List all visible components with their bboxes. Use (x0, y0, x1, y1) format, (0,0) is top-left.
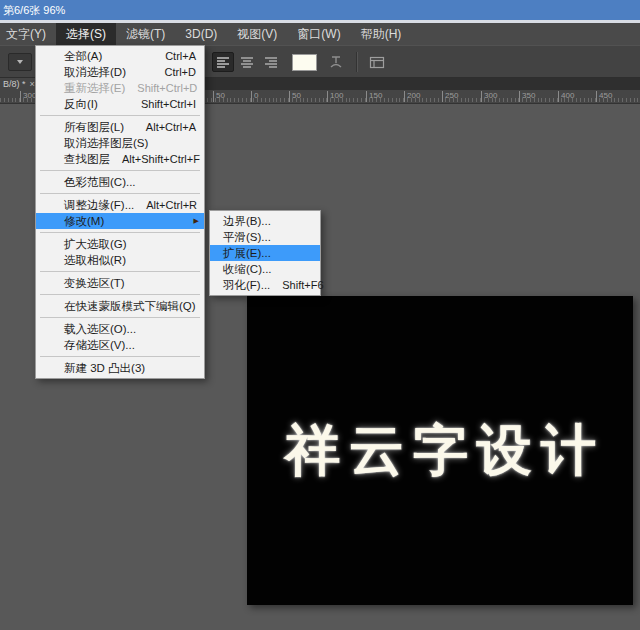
align-center-icon (240, 56, 254, 68)
align-left-icon (216, 56, 230, 68)
menu-item[interactable]: 调整边缘(F)...Alt+Ctrl+R (36, 197, 204, 213)
menu-item-shortcut: Shift+Ctrl+I (141, 98, 196, 110)
menu-item[interactable]: 色彩范围(C)... (36, 174, 204, 190)
align-center-button[interactable] (236, 52, 258, 72)
menu-item-label: 色彩范围(C)... (64, 175, 196, 190)
modify-submenu: 边界(B)...平滑(S)...扩展(E)...收缩(C)...羽化(F)...… (209, 210, 321, 296)
menu-item[interactable]: 扩大选取(G) (36, 236, 204, 252)
menu-item-label: 边界(B)... (223, 214, 314, 229)
menu-item-label: 选取相似(R) (64, 253, 196, 268)
menu-item[interactable]: 存储选区(V)... (36, 337, 204, 353)
menu-item[interactable]: 羽化(F)...Shift+F6 (210, 277, 320, 293)
menu-separator (40, 170, 200, 171)
menu-item-label: 全部(A) (64, 49, 153, 64)
menu-item[interactable]: 修改(M)▶ (36, 213, 204, 229)
tool-preset-button[interactable] (8, 53, 32, 71)
ruler-label: 0 (251, 91, 258, 102)
menu-item-shortcut: Shift+Ctrl+D (137, 82, 197, 94)
menu-item-label: 查找图层 (64, 152, 110, 167)
menu-item-label: 所有图层(L) (64, 120, 134, 135)
menu-item-label: 存储选区(V)... (64, 338, 196, 353)
menu-item-shortcut: Alt+Ctrl+A (146, 121, 196, 133)
canvas-area[interactable]: 祥云字设计 (247, 296, 633, 605)
submenu-arrow-icon: ▶ (194, 217, 199, 225)
menu-item-label: 变换选区(T) (64, 276, 196, 291)
menu-item[interactable]: 扩展(E)... (210, 245, 320, 261)
ruler-label: 200 (404, 91, 420, 102)
menu-separator (40, 232, 200, 233)
menu-item-label: 羽化(F)... (223, 278, 270, 293)
menu-item[interactable]: 取消选择图层(S) (36, 135, 204, 151)
menu-item[interactable]: 取消选择(D)Ctrl+D (36, 64, 204, 80)
menu-separator (40, 356, 200, 357)
menu-item[interactable]: 查找图层Alt+Shift+Ctrl+F (36, 151, 204, 167)
menu-item-shortcut: Alt+Shift+Ctrl+F (122, 153, 200, 165)
menubar-item[interactable]: 窗口(W) (287, 23, 350, 45)
ruler-label: 150 (366, 91, 382, 102)
menu-item[interactable]: 重新选择(E)Shift+Ctrl+D (36, 80, 204, 96)
menu-item-label: 扩展(E)... (223, 246, 314, 261)
ruler-label: 350 (519, 91, 535, 102)
menu-item-label: 修改(M) (64, 214, 196, 229)
menu-item-shortcut: Alt+Ctrl+R (146, 199, 197, 211)
menu-item-label: 载入选区(O)... (64, 322, 196, 337)
align-right-button[interactable] (260, 52, 282, 72)
title-text: 第6/6张 96% (3, 4, 65, 16)
ruler-label: 50 (289, 91, 301, 102)
menu-separator (40, 115, 200, 116)
menubar-item[interactable]: 帮助(H) (351, 23, 412, 45)
text-color-swatch[interactable] (292, 54, 317, 71)
menu-item-shortcut: Ctrl+A (165, 50, 196, 62)
ruler-label: 100 (327, 91, 343, 102)
menu-item-label: 重新选择(E) (64, 81, 125, 96)
align-right-icon (264, 56, 278, 68)
menu-separator (40, 317, 200, 318)
menu-item[interactable]: 载入选区(O)... (36, 321, 204, 337)
warp-text-icon (328, 55, 344, 69)
canvas-text: 祥云字设计 (285, 414, 605, 488)
menu-item[interactable]: 边界(B)... (210, 213, 320, 229)
menu-item[interactable]: 新建 3D 凸出(3) (36, 360, 204, 376)
menu-bar: 文字(Y)选择(S)滤镜(T)3D(D)视图(V)窗口(W)帮助(H) (0, 23, 640, 45)
menu-item-label: 取消选择图层(S) (64, 136, 196, 151)
menu-item-shortcut: Ctrl+D (165, 66, 196, 78)
menu-item[interactable]: 全部(A)Ctrl+A (36, 48, 204, 64)
menubar-item[interactable]: 滤镜(T) (116, 23, 175, 45)
menubar-item[interactable]: 文字(Y) (0, 23, 56, 45)
menu-item[interactable]: 在快速蒙版模式下编辑(Q) (36, 298, 204, 314)
menu-item[interactable]: 所有图层(L)Alt+Ctrl+A (36, 119, 204, 135)
menu-item-label: 平滑(S)... (223, 230, 314, 245)
menu-item-label: 取消选择(D) (64, 65, 153, 80)
menu-item-label: 扩大选取(G) (64, 237, 196, 252)
tab-close-icon[interactable]: × (30, 80, 35, 89)
menu-item-label: 反向(I) (64, 97, 129, 112)
menu-item-shortcut: Shift+F6 (282, 279, 323, 291)
ruler-label: 300 (20, 91, 36, 102)
menu-item[interactable]: 收缩(C)... (210, 261, 320, 277)
menu-item[interactable]: 反向(I)Shift+Ctrl+I (36, 96, 204, 112)
menu-item[interactable]: 平滑(S)... (210, 229, 320, 245)
menubar-item[interactable]: 3D(D) (175, 23, 227, 45)
options-divider (356, 52, 357, 72)
ruler-label: 300 (481, 91, 497, 102)
ruler-label: 450 (596, 91, 612, 102)
menubar-item[interactable]: 选择(S) (56, 23, 116, 45)
menu-item[interactable]: 选取相似(R) (36, 252, 204, 268)
menu-separator (40, 271, 200, 272)
menu-separator (40, 193, 200, 194)
caret-down-icon (17, 60, 23, 64)
menu-item-label: 新建 3D 凸出(3) (64, 361, 196, 376)
title-bar: 第6/6张 96% (0, 0, 640, 20)
panels-toggle-icon (369, 56, 385, 69)
menu-item[interactable]: 变换选区(T) (36, 275, 204, 291)
ruler-label: 250 (442, 91, 458, 102)
warp-text-button[interactable] (325, 52, 347, 72)
menubar-item[interactable]: 视图(V) (227, 23, 287, 45)
ruler-label: 400 (558, 91, 574, 102)
align-left-button[interactable] (212, 52, 234, 72)
panels-toggle-button[interactable] (366, 52, 388, 72)
select-menu-dropdown: 全部(A)Ctrl+A取消选择(D)Ctrl+D重新选择(E)Shift+Ctr… (35, 45, 205, 379)
type-options-group (212, 52, 388, 72)
menu-item-label: 在快速蒙版模式下编辑(Q) (64, 299, 196, 314)
menu-item-label: 调整边缘(F)... (64, 198, 134, 213)
